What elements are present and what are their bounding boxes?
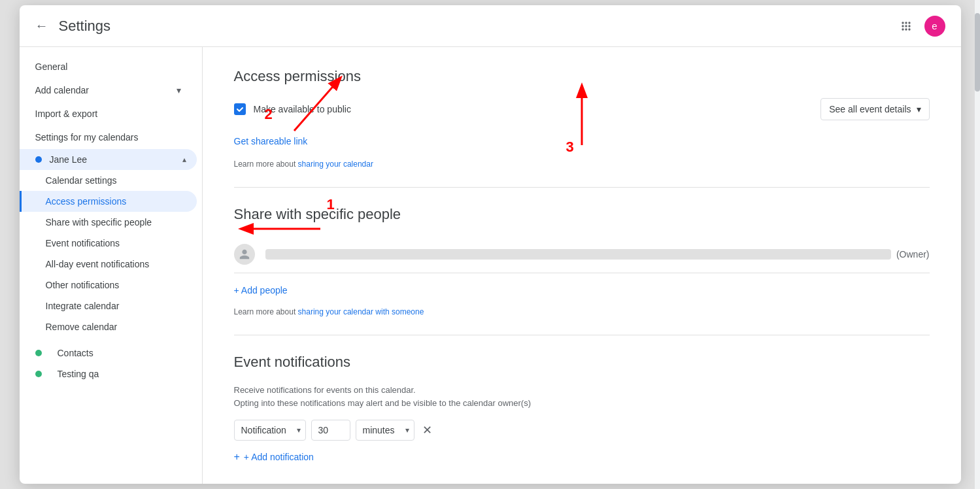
make-public-checkbox[interactable] [234, 103, 246, 115]
calendar-name: Jane Lee [50, 154, 182, 165]
add-calendar-label: Add calendar [35, 85, 90, 95]
notification-desc-1: Receive notifications for events on this… [234, 384, 930, 409]
sidebar-item-access-permissions[interactable]: Access permissions [20, 191, 197, 212]
owner-avatar [234, 244, 255, 265]
main-content: Access permissions Make available to pub… [203, 47, 961, 484]
apps-icon[interactable] [898, 18, 914, 34]
event-notifications-section: Event notifications Receive notification… [234, 354, 930, 463]
dropdown-arrow-icon: ▾ [917, 104, 921, 114]
sharing-calendar-link[interactable]: sharing your calendar [298, 160, 373, 169]
notification-unit-select[interactable]: minutes [356, 420, 414, 441]
sidebar-item-add-calendar[interactable]: Add calendar ▾ [20, 78, 197, 102]
sidebar: General Add calendar ▾ Import & export S… [20, 47, 203, 484]
settings-section-title: Settings for my calendars [20, 126, 202, 149]
make-public-label: Make available to public [254, 104, 821, 114]
calendar-dot [35, 156, 42, 163]
notification-value-input[interactable] [311, 420, 350, 441]
contacts-label: Contacts [58, 348, 93, 358]
owner-email [265, 249, 891, 260]
notification-unit-wrap: minutes [356, 420, 414, 441]
page-title: Settings [59, 18, 898, 35]
sidebar-item-import-export[interactable]: Import & export [20, 102, 197, 126]
access-permissions-title: Access permissions [234, 68, 930, 85]
sidebar-item-integrate-calendar[interactable]: Integrate calendar [20, 295, 197, 316]
add-people-button[interactable]: + Add people [234, 278, 288, 302]
sidebar-item-share-specific[interactable]: Share with specific people [20, 212, 197, 233]
remove-notification-button[interactable]: ✕ [420, 420, 435, 440]
event-details-dropdown[interactable]: See all event details ▾ [820, 98, 929, 120]
sidebar-item-calendar-settings[interactable]: Calendar settings [20, 170, 197, 191]
user-avatar[interactable]: e [924, 16, 945, 37]
divider-2 [234, 335, 930, 335]
sharing-someone-link[interactable]: sharing your calendar with someone [298, 307, 424, 316]
sidebar-item-allday-notifications[interactable]: All-day event notifications [20, 254, 197, 275]
testing-qa-dot [35, 371, 42, 377]
contacts-dot [35, 350, 42, 356]
sidebar-item-other-notifications[interactable]: Other notifications [20, 275, 197, 295]
sidebar-contacts[interactable]: Contacts [20, 343, 202, 363]
make-public-row: Make available to public See all event d… [234, 98, 930, 120]
chevron-up-icon: ▴ [182, 155, 186, 164]
notification-row: Notification minutes ✕ [234, 420, 930, 441]
divider-1 [234, 187, 930, 188]
header-actions: e [898, 16, 945, 37]
get-shareable-link-button[interactable]: Get shareable link [234, 131, 308, 152]
owner-role: (Owner) [896, 249, 930, 260]
share-section: Share with specific people (Owner) + Add… [234, 206, 930, 316]
share-section-title: Share with specific people [234, 206, 930, 223]
owner-row: (Owner) [234, 236, 930, 273]
main-layout: General Add calendar ▾ Import & export S… [20, 47, 961, 484]
sidebar-calendar-jane-lee[interactable]: Jane Lee ▴ [20, 149, 197, 170]
share-info-text: Learn more about sharing your calendar w… [234, 307, 930, 316]
sidebar-item-remove-calendar[interactable]: Remove calendar [20, 316, 197, 337]
add-notification-label: + Add notification [244, 452, 314, 462]
header: ← Settings e [20, 5, 961, 47]
sidebar-testing-qa[interactable]: Testing qa [20, 363, 202, 384]
sidebar-item-event-notifications[interactable]: Event notifications [20, 233, 197, 254]
get-link-label: Get shareable link [234, 136, 308, 146]
event-notifications-title: Event notifications [234, 354, 930, 371]
chevron-down-icon: ▾ [177, 85, 181, 95]
add-icon: + [234, 451, 240, 463]
notification-type-select[interactable]: Notification [234, 420, 306, 441]
sidebar-item-general[interactable]: General [20, 55, 197, 78]
access-permissions-section: Access permissions Make available to pub… [234, 68, 930, 169]
access-info-text: Learn more about sharing your calendar [234, 160, 930, 169]
back-button[interactable]: ← [35, 18, 48, 33]
dropdown-label: See all event details [829, 104, 911, 114]
notification-type-wrap: Notification [234, 420, 306, 441]
testing-qa-label: Testing qa [58, 369, 99, 379]
add-notification-button[interactable]: + + Add notification [234, 451, 314, 463]
